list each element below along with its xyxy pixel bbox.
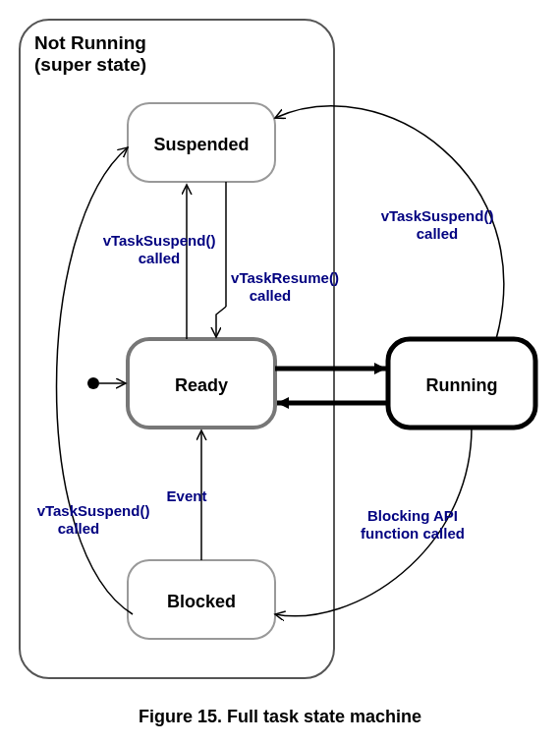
- state-ready-label: Ready: [175, 375, 228, 395]
- edge-blocked-to-suspended-l1: vTaskSuspend(): [37, 502, 150, 519]
- figure-caption: Figure 15. Full task state machine: [139, 707, 421, 726]
- state-blocked-label: Blocked: [167, 592, 236, 611]
- initial-state-dot: [87, 377, 99, 389]
- edge-running-to-suspended-l1: vTaskSuspend(): [381, 207, 494, 224]
- edge-running-to-suspended-l2: called: [417, 225, 459, 242]
- edge-blocking-l2: function called: [361, 525, 465, 542]
- edge-ready-to-suspended-label-l1: vTaskSuspend(): [103, 232, 216, 249]
- edge-blocked-to-suspended-l2: called: [58, 520, 100, 537]
- edge-blocking-l1: Blocking API: [367, 507, 458, 524]
- edge-ready-to-suspended-label-l2: called: [139, 250, 181, 266]
- superstate-title-line1: Not Running: [34, 32, 146, 53]
- state-running-label: Running: [426, 375, 498, 395]
- edge-suspended-to-ready: [216, 307, 226, 337]
- state-suspended-label: Suspended: [153, 135, 249, 154]
- edge-resume-l2: called: [250, 287, 292, 304]
- state-machine-diagram: Not Running (super state) Suspended Read…: [0, 0, 560, 744]
- superstate-title-line2: (super state): [34, 54, 146, 75]
- edge-resume-l1: vTaskResume(): [231, 269, 339, 286]
- edge-event-label: Event: [167, 487, 207, 504]
